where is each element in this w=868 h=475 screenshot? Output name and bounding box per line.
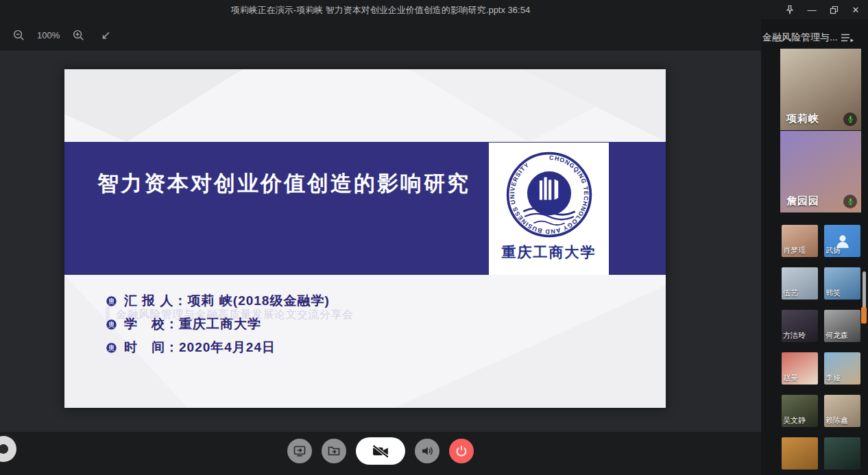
window-title: 项莉峡正在演示-项莉峡 智力资本对创业企业价值创造的影响研究.pptx 36:5… (0, 4, 761, 16)
university-seal-icon: CHONGQING TECHNOLOGY AND BUSINESS UNIVER… (504, 149, 594, 240)
leave-meeting-button[interactable] (449, 439, 474, 463)
participant-video-tile[interactable]: 何龙森 (824, 310, 860, 342)
zoom-in-icon[interactable] (69, 26, 87, 44)
participant-video-tile[interactable]: 方洁玲 (782, 310, 818, 342)
participant-video-tile[interactable]: 詹园园 (780, 131, 861, 212)
bullet-seal-icon (106, 342, 117, 354)
participant-video-tile[interactable]: 伍艺 (782, 267, 818, 300)
slide-deco-polygon (64, 69, 243, 142)
speaker-icon (420, 444, 434, 458)
participant-name-label: 武扬 (825, 245, 841, 256)
active-speaker-marker (861, 307, 867, 324)
slide-deco-polygon (371, 275, 666, 408)
participant-video-tile[interactable]: 武扬 (824, 225, 860, 257)
microphone-icon (843, 112, 857, 126)
share-file-icon (327, 444, 341, 458)
title-bar: 项莉峡正在演示-项莉峡 智力资本对创业企业价值创造的影响研究.pptx 36:5… (0, 0, 868, 19)
participant-name-label: 赵曼 (783, 373, 798, 383)
participant-name-label: 吴文静 (783, 415, 806, 426)
participant-grid: 肖梦瑶 武扬 伍艺 韩笑 方洁玲 (782, 225, 860, 470)
participant-video-tile[interactable]: 肖梦瑶 (782, 225, 818, 257)
share-screen-button[interactable] (287, 439, 312, 463)
participant-video-tile[interactable] (824, 437, 860, 470)
camera-toggle-button[interactable] (356, 437, 405, 465)
school-line: 学 校：重庆工商大学 (124, 315, 261, 333)
participant-name-label: 项莉峡 (786, 112, 819, 125)
meeting-window: 项莉峡正在演示-项莉峡 智力资本对创业企业价值创造的影响研究.pptx 36:5… (0, 0, 868, 475)
participant-video-tile[interactable]: 吴文静 (782, 395, 818, 427)
close-button[interactable]: ✕ (847, 2, 864, 17)
sidebar-header: 金融风险管理与... (762, 30, 867, 45)
participant-name-label: 詹园园 (786, 195, 819, 208)
info-line: 时 间：2020年4月24日 (106, 339, 330, 356)
participant-name-label: 何龙森 (825, 330, 848, 341)
member-list-icon[interactable] (841, 33, 854, 42)
zoom-level-label: 100% (37, 30, 60, 40)
participant-name-label: 韩笑 (825, 288, 841, 298)
featured-videos: 项莉峡 詹园园 (780, 49, 861, 213)
window-controls: — ✕ (782, 2, 864, 17)
slide: 智力资本对创业价值创造的影响研究 金融风险管理与金融高质量发展论文交流分享会 C… (64, 69, 666, 408)
participant-name-label: 赖陈鑫 (825, 415, 848, 426)
bullet-seal-icon (106, 319, 117, 330)
participant-video-tile[interactable]: 赖陈鑫 (824, 395, 860, 427)
sidebar-scrollbar-thumb[interactable] (863, 271, 866, 308)
restore-button[interactable] (825, 2, 842, 17)
info-line: 汇 报 人：项莉 峡(2018级金融学) (106, 293, 330, 309)
participants-sidebar: 金融风险管理与... 项莉峡 詹园园 (761, 0, 868, 475)
participant-video-tile[interactable]: 韩笑 (824, 267, 860, 300)
university-name: 重庆工商大学 (502, 243, 596, 262)
bottom-toolbar (0, 432, 761, 475)
university-logo-box: CHONGQING TECHNOLOGY AND BUSINESS UNIVER… (489, 143, 609, 275)
participant-name-label: 肖梦瑶 (783, 245, 806, 256)
info-line: 学 校：重庆工商大学 (106, 316, 330, 332)
slide-title: 智力资本对创业价值创造的影响研究 (85, 169, 483, 198)
participant-name-label: 李娅 (825, 373, 841, 383)
pin-icon[interactable] (782, 2, 798, 17)
speaker-button[interactable] (415, 439, 439, 463)
microphone-icon (843, 195, 857, 208)
fit-view-icon[interactable]: ↙ (97, 28, 114, 42)
participant-name-label: 伍艺 (783, 288, 798, 298)
power-icon (455, 444, 468, 458)
control-dock (0, 437, 761, 465)
date-line: 时 间：2020年4月24日 (124, 339, 276, 356)
zoom-out-icon[interactable] (10, 26, 27, 44)
presentation-stage: 智力资本对创业价值创造的影响研究 金融风险管理与金融高质量发展论文交流分享会 C… (0, 51, 761, 432)
zoom-toolbar: 100% ↙ (0, 19, 761, 51)
participant-video-tile[interactable]: 项莉峡 (780, 49, 861, 130)
meeting-name-label: 金融风险管理与... (762, 32, 838, 44)
presenter-line: 汇 报 人：项莉 峡(2018级金融学) (124, 292, 330, 310)
camera-off-icon (372, 444, 390, 459)
participant-name-label: 方洁玲 (783, 330, 806, 341)
slide-info-block: 汇 报 人：项莉 峡(2018级金融学) 学 校：重庆工商大学 时 间：2020… (106, 293, 330, 363)
share-screen-icon (293, 444, 306, 458)
bullet-seal-icon (106, 295, 117, 307)
participant-video-tile[interactable]: 赵曼 (782, 352, 818, 385)
minimize-button[interactable]: — (804, 2, 820, 17)
share-file-button[interactable] (322, 439, 346, 463)
participant-video-tile[interactable]: 李娅 (824, 352, 860, 385)
participant-video-tile[interactable] (782, 437, 818, 470)
